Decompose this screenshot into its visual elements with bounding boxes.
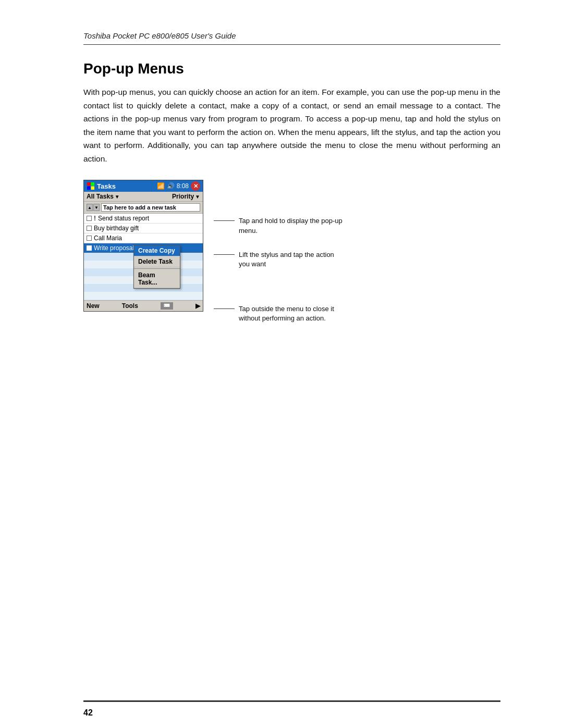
titlebar-left: Tasks bbox=[87, 182, 116, 190]
all-tasks-label[interactable]: All Tasks bbox=[87, 193, 114, 200]
context-menu-item-delete-task[interactable]: Delete Task bbox=[134, 256, 180, 267]
context-menu: Create Copy Delete Task Beam Task... bbox=[133, 245, 180, 289]
callout-dash-1 bbox=[214, 220, 235, 221]
context-menu-item-create-copy[interactable]: Create Copy bbox=[134, 245, 180, 256]
sort-icons: ▲ ▼ bbox=[87, 204, 100, 211]
context-menu-item-beam-task[interactable]: Beam Task... bbox=[134, 270, 180, 288]
pda-screen: Tasks 📶 🔊 8:08 ✕ All Tasks ▼ Priority ▼ bbox=[83, 180, 203, 312]
task-item[interactable]: ! Send status report bbox=[84, 214, 203, 224]
task-list: ! Send status report Buy birthday gift C… bbox=[84, 214, 203, 300]
task-checkbox[interactable] bbox=[87, 236, 92, 241]
task-checkbox[interactable] bbox=[87, 216, 92, 221]
task-checkbox[interactable] bbox=[87, 226, 92, 231]
svg-rect-2 bbox=[87, 187, 91, 190]
priority-dropdown-icon[interactable]: ▼ bbox=[195, 194, 200, 200]
footer-line bbox=[83, 700, 500, 702]
page-header: Toshiba Pocket PC e800/e805 User's Guide bbox=[83, 31, 500, 45]
callout-3: Tap outside the menu to close it without… bbox=[214, 304, 343, 323]
callout-text-2: Lift the stylus and tap the action you w… bbox=[239, 250, 343, 269]
context-menu-separator bbox=[134, 268, 180, 269]
signal-icon: 📶 bbox=[157, 182, 165, 190]
callout-text-1: Tap and hold to display the pop-up menu. bbox=[239, 216, 343, 235]
svg-rect-0 bbox=[87, 182, 91, 186]
nav-arrow[interactable]: ▶ bbox=[195, 302, 200, 310]
toolbar-left: All Tasks ▼ bbox=[87, 193, 120, 200]
pda-toolbar: All Tasks ▼ Priority ▼ bbox=[84, 192, 203, 202]
callout-text-3: Tap outside the menu to close it without… bbox=[239, 304, 343, 323]
close-button[interactable]: ✕ bbox=[191, 181, 200, 191]
new-task-row: ▲ ▼ Tap here to add a new task bbox=[84, 202, 203, 214]
sort-down-icon[interactable]: ▼ bbox=[93, 204, 100, 211]
tools-button[interactable]: Tools bbox=[122, 302, 138, 310]
priority-indicator: ! bbox=[94, 215, 96, 222]
pda-bottombar: New Tools ⌨ ▶ bbox=[84, 300, 203, 311]
callout-dash-3 bbox=[214, 309, 235, 309]
task-item[interactable]: Buy birthday gift bbox=[84, 224, 203, 233]
page-number: 42 bbox=[83, 708, 93, 718]
pda-titlebar: Tasks 📶 🔊 8:08 ✕ bbox=[84, 180, 203, 192]
task-text: Send status report bbox=[98, 215, 149, 222]
priority-label[interactable]: Priority bbox=[172, 193, 194, 200]
task-checkbox[interactable] bbox=[87, 245, 92, 251]
time-display: 8:08 bbox=[177, 182, 189, 190]
task-text: Buy birthday gift bbox=[94, 225, 139, 232]
all-tasks-dropdown-icon[interactable]: ▼ bbox=[115, 194, 120, 200]
screenshot-area: Tasks 📶 🔊 8:08 ✕ All Tasks ▼ Priority ▼ bbox=[83, 180, 500, 332]
callout-area: Tap and hold to display the pop-up menu.… bbox=[203, 180, 343, 332]
callout-1: Tap and hold to display the pop-up menu. bbox=[214, 216, 343, 235]
body-text: With pop-up menus, you can quickly choos… bbox=[83, 85, 500, 165]
keyboard-icon[interactable]: ⌨ bbox=[161, 302, 173, 310]
new-task-input[interactable]: Tap here to add a new task bbox=[101, 203, 200, 212]
callout-2: Lift the stylus and tap the action you w… bbox=[214, 250, 343, 269]
volume-icon: 🔊 bbox=[167, 182, 175, 190]
task-item[interactable]: Call Maria bbox=[84, 233, 203, 243]
callout-dash-2 bbox=[214, 254, 235, 255]
windows-logo-icon bbox=[87, 182, 95, 190]
svg-rect-1 bbox=[91, 182, 95, 186]
sort-up-icon[interactable]: ▲ bbox=[87, 204, 93, 211]
titlebar-app-name: Tasks bbox=[97, 182, 116, 190]
new-button[interactable]: New bbox=[87, 302, 100, 310]
task-text: Write proposal bbox=[94, 244, 134, 252]
svg-rect-3 bbox=[91, 187, 95, 190]
section-heading: Pop-up Menus bbox=[83, 60, 500, 77]
header-title: Toshiba Pocket PC e800/e805 User's Guide bbox=[83, 31, 236, 40]
task-text: Call Maria bbox=[94, 235, 122, 242]
titlebar-right: 📶 🔊 8:08 ✕ bbox=[157, 181, 200, 191]
toolbar-right: Priority ▼ bbox=[172, 193, 200, 200]
